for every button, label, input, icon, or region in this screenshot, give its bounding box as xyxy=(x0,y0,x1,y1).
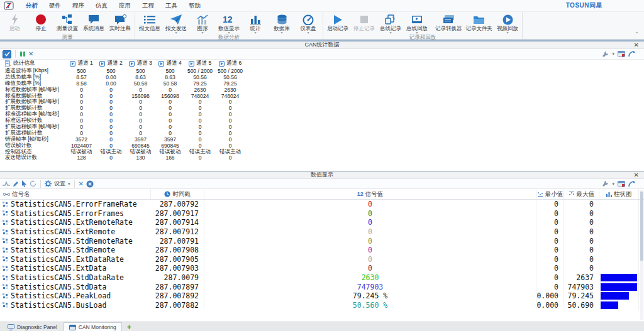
column-max[interactable]: 最大值 xyxy=(564,189,599,199)
ribbon-button-record-converter[interactable]: 记录转换器 xyxy=(433,13,464,34)
stats-header-channel-6[interactable]: 通道 6 xyxy=(215,60,245,67)
column-signal-value[interactable]: 12 信号值 xyxy=(204,189,536,199)
gear-icon[interactable] xyxy=(45,180,52,187)
signal-row[interactable]: StatisticsCAN5.ExtDataRate287.007905000 xyxy=(0,255,644,264)
ribbon-button-label: 实时注释 xyxy=(109,26,131,31)
add-tab-button[interactable]: + xyxy=(123,322,135,331)
signal-value: 0 xyxy=(204,200,536,209)
menu-tab-simulation[interactable]: 仿真 xyxy=(90,1,113,11)
stats-cell-value: 50.58 xyxy=(126,80,155,87)
signal-dots-icon xyxy=(3,302,8,308)
signal-row[interactable]: StatisticsCAN5.PeakLoad287.00789279.245 … xyxy=(0,291,644,301)
stats-header-info[interactable]: 统计信息 xyxy=(0,60,67,67)
delete-x-icon[interactable]: ✕ xyxy=(79,181,84,187)
pause-icon[interactable] xyxy=(19,51,26,57)
settings-button[interactable]: 设置 xyxy=(54,180,65,188)
signal-row[interactable]: StatisticsCAN5.ExtRemoteRate287.00791400… xyxy=(0,218,644,227)
column-timestamp[interactable]: 时间戳 xyxy=(151,189,204,199)
wrench-icon[interactable] xyxy=(602,51,609,58)
menu-tab-tools[interactable]: 工具 xyxy=(160,1,183,11)
ribbon-button-start-record[interactable]: 启动记录 xyxy=(325,13,351,34)
column-min[interactable]: 最小值 xyxy=(536,189,564,199)
ribbon-button-bus-replay[interactable]: 总线回放▾ xyxy=(404,13,430,34)
stats-cell-value: 0 xyxy=(67,99,96,105)
clear-all-icon[interactable] xyxy=(86,180,94,188)
menu-tab-analysis[interactable]: 分析 xyxy=(20,1,43,11)
signal-max: 50.690 xyxy=(564,301,599,310)
ribbon-button-database[interactable]: 数据库▾ xyxy=(269,13,295,34)
settings-caret-icon[interactable]: ▾ xyxy=(68,182,70,187)
signal-row[interactable]: StatisticsCAN5.StdRemote287.007908000 xyxy=(0,246,644,255)
ribbon-button-video-replay[interactable]: 视频回放▾ xyxy=(494,13,521,34)
refresh-icon[interactable] xyxy=(30,180,36,187)
stats-cell-value: 0 xyxy=(185,105,215,111)
wrench-caret-icon[interactable]: ▾ xyxy=(612,52,614,57)
restore-window-icon[interactable] xyxy=(628,181,635,187)
vertical-scrollbar[interactable] xyxy=(640,190,643,320)
column-bar[interactable]: 柱状图 xyxy=(599,189,639,199)
signal-row[interactable]: StatisticsCAN5.StdData287.00789774790307… xyxy=(0,282,644,291)
stats-header-channel-2[interactable]: 通道 2 xyxy=(96,60,126,67)
signal-row[interactable]: StatisticsCAN5.BusLoad287.00788250.560 %… xyxy=(0,301,644,310)
ribbon-button-graphics[interactable]: 图形▾ xyxy=(189,13,216,34)
bottom-tab-can-monitoring[interactable]: CAN Monitoring xyxy=(64,322,122,331)
clear-x-icon[interactable]: ✕ xyxy=(28,51,33,57)
ribbon-button-statistics[interactable]: 统计▾ xyxy=(242,13,269,34)
stats-header-channel-5[interactable]: 通道 5 xyxy=(185,60,215,67)
signal-row[interactable]: StatisticsCAN5.ExtRemote287.007912000 xyxy=(0,227,644,237)
signal-min: 0 xyxy=(536,264,564,273)
ribbon-button-realtime-comment[interactable]: 实时注释 xyxy=(107,13,133,34)
can-stats-close-icon[interactable]: ✕ xyxy=(634,41,639,49)
ribbon-button-measure-setup[interactable]: 测量设置 xyxy=(54,13,80,34)
can-stats-titlebar[interactable]: CAN统计数据 ✕ xyxy=(0,41,644,49)
stats-header-channel-4[interactable]: 通道 4 xyxy=(155,60,185,67)
signal-bar xyxy=(601,274,637,281)
menu-tab-project[interactable]: 工程 xyxy=(136,1,160,11)
ribbon-button-dashboard[interactable]: 仪表盘▾ xyxy=(295,13,321,34)
signal-row[interactable]: StatisticsCAN5.ExtData287.007903000 xyxy=(0,264,644,273)
stats-header-channel-3[interactable]: 通道 3 xyxy=(126,60,155,67)
ribbon-button-system-message[interactable]: 系统消息 xyxy=(80,13,107,34)
ribbon-button-stop-record[interactable]: 停止记录 xyxy=(351,13,377,34)
ribbon-button-bus-record[interactable]: 总线记录▾ xyxy=(377,13,404,34)
signal-curve-icon[interactable] xyxy=(3,181,10,187)
cursor-arrow-icon[interactable] xyxy=(21,180,27,187)
numeric-table-header: 信号名 时间戳 12 信号值 最小值 最大值 柱状图 xyxy=(0,189,644,200)
signal-row[interactable]: StatisticsCAN5.StdDataRate287.0079263002… xyxy=(0,273,644,283)
ribbon-collapse-chevron-icon[interactable]: ⌃ xyxy=(635,31,639,37)
numeric-close-icon[interactable]: ✕ xyxy=(634,171,639,179)
menu-tab-help[interactable]: 帮助 xyxy=(183,1,206,11)
signal-row[interactable]: StatisticsCAN5.ErrorFrameRate287.0079200… xyxy=(0,200,644,209)
scrollbar-thumb[interactable] xyxy=(640,192,643,261)
signal-dots-icon xyxy=(3,247,8,253)
ribbon-button-frame-send[interactable]: 报文发送▾ xyxy=(163,13,189,34)
wrench-icon[interactable] xyxy=(602,180,609,187)
float-window-icon[interactable] xyxy=(618,51,625,57)
menu-tab-hardware[interactable]: 硬件 xyxy=(43,1,67,11)
float-window-icon[interactable] xyxy=(618,181,625,187)
stats-row: 发送错误计数128013016600 xyxy=(0,154,644,160)
ribbon-button-numeric-display[interactable]: 12数值显示▾ xyxy=(216,13,242,34)
bottom-tab-diagnostic-panel[interactable]: Diagnostic Panel xyxy=(3,322,62,331)
edit-pencil-icon[interactable] xyxy=(13,181,19,187)
stats-row: 控制器状态错误被动错误主动错误被动错误被动错误主动错误主动 xyxy=(0,148,644,155)
column-signal-name[interactable]: 信号名 xyxy=(0,189,151,199)
ribbon-button-record-folder[interactable]: 记录文件夹 xyxy=(464,13,495,34)
ribbon-button-stop[interactable]: 停止 xyxy=(28,13,54,34)
menu-tab-application[interactable]: 应用 xyxy=(113,1,136,11)
ribbon-button-start[interactable]: 启动 xyxy=(1,13,28,34)
app-logo-icon: 7 xyxy=(4,1,14,10)
menu-tab-program[interactable]: 程序 xyxy=(67,1,90,11)
numeric-titlebar[interactable]: 数值显示 ✕ xyxy=(0,171,644,179)
signal-row[interactable]: StatisticsCAN5.StdRemoteRate287.00791000 xyxy=(0,236,644,246)
toolbar-separator xyxy=(40,180,41,188)
numeric12-icon: 12 xyxy=(223,13,235,26)
channel-play-icon xyxy=(129,61,135,67)
restore-window-icon[interactable] xyxy=(628,51,635,57)
stats-header-channel-1[interactable]: 通道 1 xyxy=(67,60,96,67)
ribbon-button-frame-info[interactable]: 报文信息 xyxy=(136,13,163,34)
enable-check-button[interactable] xyxy=(3,50,11,58)
signal-row[interactable]: StatisticsCAN5.ErrorFrames287.007917000 xyxy=(0,209,644,219)
wrench-caret-icon[interactable]: ▾ xyxy=(612,182,614,187)
stats-cell-value: 0 xyxy=(96,87,126,93)
